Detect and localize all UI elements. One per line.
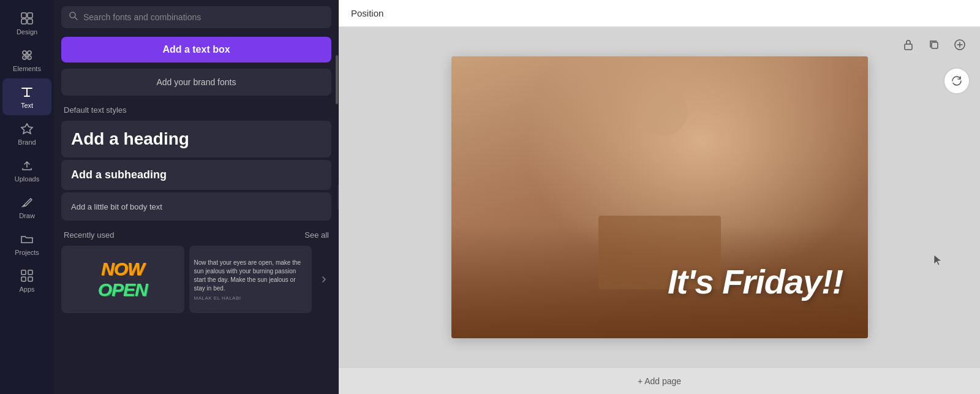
cursor-icon (933, 254, 943, 267)
see-all-link[interactable]: See all (304, 230, 329, 240)
body-style-label: Add a little bit of body text (71, 202, 162, 211)
upload-icon (20, 158, 34, 173)
lock-button[interactable] (898, 34, 919, 55)
svg-rect-1 (28, 13, 32, 18)
subheading-style-label: Add a subheading (71, 169, 167, 181)
heading-style-label: Add a heading (71, 129, 189, 148)
heading-style-item[interactable]: Add a heading (61, 121, 331, 157)
sidebar-item-uploads[interactable]: Uploads (2, 152, 51, 189)
svg-rect-11 (28, 277, 32, 281)
svg-rect-13 (905, 44, 912, 50)
canvas-background: It's Friday!! (451, 56, 868, 338)
text-icon (20, 85, 34, 99)
now-open-line2: OPEN (98, 279, 148, 300)
add-page-label: + Add page (638, 376, 681, 386)
position-label: Position (351, 8, 383, 18)
sidebar-item-uploads-label: Uploads (15, 175, 39, 183)
svg-rect-3 (28, 19, 32, 24)
search-icon (69, 11, 78, 23)
sidebar-item-projects[interactable]: Projects (2, 225, 51, 262)
svg-rect-8 (21, 270, 26, 275)
now-open-styled: NOW OPEN (61, 246, 184, 313)
sidebar-item-brand[interactable]: Brand (2, 115, 51, 152)
sidebar-item-draw[interactable]: Draw (2, 189, 51, 225)
recent-card-quote[interactable]: Now that your eyes are open, make the su… (189, 246, 312, 313)
sidebar-item-brand-label: Brand (18, 138, 36, 146)
quote-author: MALAK EL HALABI (194, 295, 307, 301)
sidebar-item-apps-label: Apps (19, 286, 34, 293)
default-styles-section-title: Default text styles (54, 100, 339, 118)
recently-used-label: Recently used (64, 230, 114, 240)
apps-icon (20, 268, 34, 283)
sidebar-item-draw-label: Draw (19, 212, 35, 219)
svg-rect-2 (21, 19, 26, 24)
recently-used-row: NOW OPEN Now that your eyes are open, ma… (61, 246, 331, 313)
sidebar-item-text-label: Text (21, 102, 33, 109)
recently-used-header: Recently used See all (54, 223, 339, 243)
sidebar-item-apps[interactable]: Apps (2, 262, 51, 299)
add-page-bar[interactable]: + Add page (339, 367, 980, 394)
cursor-indicator (933, 254, 943, 269)
canvas-wrapper[interactable]: It's Friday!! (339, 27, 980, 367)
sidebar-item-design-label: Design (17, 28, 37, 36)
sidebar-item-projects-label: Projects (15, 249, 39, 256)
add-brand-fonts-button[interactable]: Add your brand fonts (61, 69, 331, 96)
search-input[interactable] (83, 12, 324, 22)
duplicate-button[interactable] (924, 34, 944, 55)
sidebar-item-text[interactable]: Text (2, 78, 51, 115)
recent-card-quote-content: Now that your eyes are open, make the su… (189, 246, 312, 313)
body-style-item[interactable]: Add a little bit of body text (61, 192, 331, 221)
top-bar: Position (339, 0, 980, 27)
now-open-line1: NOW (101, 259, 144, 279)
plus-circle-icon (954, 39, 966, 51)
svg-rect-0 (21, 13, 26, 18)
star-icon (20, 48, 34, 63)
sidebar-item-elements[interactable]: Elements (2, 42, 51, 78)
duplicate-icon (928, 39, 940, 51)
quote-text: Now that your eyes are open, make the su… (194, 259, 307, 293)
draw-icon (20, 195, 34, 210)
chevron-right-icon (319, 275, 329, 284)
recently-used-scroll-right[interactable] (317, 246, 331, 313)
refresh-button-area (943, 67, 970, 94)
canvas-image[interactable]: It's Friday!! (451, 56, 868, 338)
subheading-style-item[interactable]: Add a subheading (61, 160, 331, 190)
icon-sidebar: Design Elements Text Brand (0, 0, 54, 394)
scrollbar-thumb (336, 55, 338, 104)
brand-icon (20, 121, 34, 136)
add-textbox-button[interactable]: Add a text box (61, 37, 331, 63)
sidebar-item-elements-label: Elements (13, 65, 41, 72)
collapse-panel-button[interactable] (337, 185, 339, 210)
add-element-button[interactable] (949, 34, 970, 55)
grid-icon (20, 11, 34, 26)
text-panel: Add a text box Add your brand fonts Defa… (54, 0, 339, 394)
folder-icon (20, 232, 34, 246)
canvas-toolbar (898, 34, 970, 55)
refresh-button[interactable] (943, 67, 970, 94)
sidebar-item-design[interactable]: Design (2, 5, 51, 42)
svg-rect-10 (21, 277, 26, 281)
lock-icon (902, 39, 914, 51)
panel-content: Add your brand fonts Default text styles… (54, 69, 339, 394)
svg-rect-9 (28, 270, 32, 275)
svg-rect-14 (932, 42, 938, 48)
recent-card-now-open[interactable]: NOW OPEN (61, 246, 184, 313)
search-bar[interactable] (61, 6, 331, 28)
friday-text: It's Friday!! (668, 262, 843, 301)
refresh-icon (950, 74, 963, 88)
main-area: Position (339, 0, 980, 394)
